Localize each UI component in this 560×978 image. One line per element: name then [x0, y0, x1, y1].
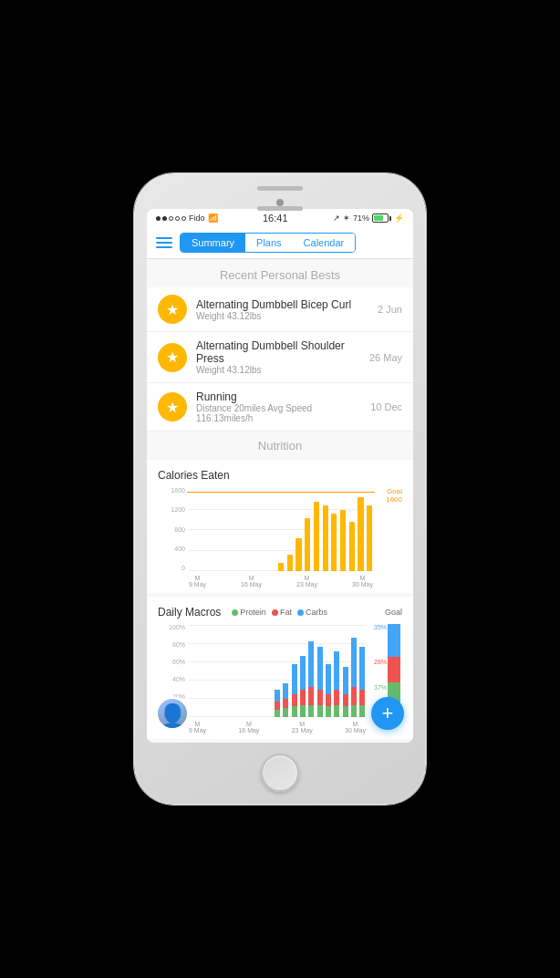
- cal-bar: [340, 510, 346, 572]
- macro-bar-group: [206, 624, 213, 717]
- x-date-2: 16 May: [241, 581, 262, 588]
- x-date-4: 30 May: [352, 581, 373, 588]
- fab-button[interactable]: +: [371, 697, 404, 730]
- star-badge-3: ★: [158, 392, 187, 421]
- fat-legend: Fat: [272, 608, 292, 617]
- fat-label: Fat: [280, 608, 292, 617]
- macro-bar-group: [223, 624, 229, 717]
- home-button[interactable]: [261, 754, 299, 792]
- battery-pct: 71%: [353, 213, 369, 223]
- cal-bar-group: [277, 563, 285, 571]
- personal-bests-list: ★ Alternating Dumbbell Bicep Curl Weight…: [147, 287, 413, 432]
- location-icon: ↗: [333, 213, 340, 223]
- recent-bests-section: Recent Personal Bests ★ Alternating Dumb…: [147, 259, 413, 432]
- protein-label: Protein: [240, 608, 266, 617]
- macro-bar-group: [232, 624, 238, 717]
- fat-dot: [272, 609, 278, 616]
- carbs-legend: Carbs: [297, 608, 327, 617]
- tab-group: Summary Plans Calendar: [180, 233, 356, 253]
- stacked-bar: [317, 647, 323, 717]
- cal-bar: [305, 518, 310, 572]
- macro-bar-group: [283, 624, 289, 717]
- tab-calendar[interactable]: Calendar: [293, 234, 356, 252]
- status-right: ↗ ✶ 71% ⚡: [333, 213, 404, 223]
- macro-bar-group: [359, 624, 366, 717]
- nutrition-section: Nutrition Calories Eaten Goal1600: [147, 432, 413, 739]
- cal-bar: [314, 502, 319, 572]
- cal-bar: [287, 555, 293, 571]
- carrier-label: Fido: [189, 213, 205, 223]
- pb-name-3: Running: [196, 390, 370, 403]
- macros-title: Daily Macros: [158, 606, 221, 619]
- macros-goal-label: Goal: [385, 608, 402, 617]
- y-label-1200: 1200: [158, 506, 185, 513]
- pb-item-1[interactable]: ★ Alternating Dumbbell Bicep Curl Weight…: [147, 287, 413, 332]
- y-label-400: 400: [158, 546, 185, 552]
- nav-bar: Summary Plans Calendar: [147, 227, 413, 259]
- macro-bar-group: [240, 624, 246, 717]
- x-day-2: M: [249, 575, 254, 581]
- pb-details-1: Alternating Dumbbell Bicep Curl Weight 4…: [196, 298, 378, 321]
- cal-bar-group: [296, 538, 303, 571]
- hamburger-menu[interactable]: [156, 237, 172, 248]
- macro-bar-group: [334, 624, 340, 717]
- macro-bar-group: [257, 624, 264, 717]
- star-badge-2: ★: [158, 343, 187, 372]
- stacked-bar: [359, 647, 365, 717]
- cal-bar: [367, 505, 372, 571]
- stacked-bar: [334, 651, 339, 717]
- cal-bar: [358, 497, 363, 571]
- pb-item-3[interactable]: ★ Running Distance 20miles Avg Speed 116…: [147, 383, 413, 432]
- x-axis-macros: M 9 May M 16 May M 23 May: [189, 721, 366, 734]
- star-icon-2: ★: [166, 349, 179, 366]
- calories-chart-card: Calories Eaten Goal1600 1600: [147, 460, 413, 593]
- status-time: 16:41: [263, 213, 288, 224]
- phone-outer: Fido 📶 16:41 ↗ ✶ 71% ⚡: [134, 173, 426, 805]
- macro-bar-group: [274, 624, 280, 717]
- stacked-bar: [275, 690, 280, 717]
- carbs-label: Carbs: [306, 608, 327, 617]
- pb-date-3: 10 Dec: [370, 401, 402, 412]
- x-date-3: 23 May: [296, 581, 317, 588]
- cal-bar-group: [358, 497, 365, 571]
- y-label-1600: 1600: [158, 487, 185, 494]
- main-content: Recent Personal Bests ★ Alternating Dumb…: [147, 259, 413, 743]
- avatar[interactable]: 👤: [156, 697, 189, 730]
- star-icon-1: ★: [166, 301, 179, 318]
- pb-details-3: Running Distance 20miles Avg Speed 116.1…: [196, 390, 370, 423]
- cal-bar-group: [339, 510, 347, 572]
- cal-bar-group: [304, 518, 311, 572]
- nutrition-title: Nutrition: [147, 432, 413, 456]
- macro-bar-group: [291, 624, 297, 717]
- stacked-bar: [326, 664, 331, 717]
- macro-bar-group: [189, 624, 195, 717]
- tab-plans[interactable]: Plans: [245, 234, 293, 252]
- tab-summary[interactable]: Summary: [181, 234, 245, 252]
- phone-top-button: [257, 186, 303, 191]
- macro-bar-group: [248, 624, 254, 717]
- status-bar: Fido 📶 16:41 ↗ ✶ 71% ⚡: [147, 209, 413, 227]
- macro-bar-group: [350, 624, 357, 717]
- pb-sub-2: Weight 43.12lbs: [196, 365, 369, 375]
- y-label-0: 0: [158, 565, 185, 571]
- macros-bars: [189, 624, 366, 717]
- x-day-3: M: [305, 575, 310, 581]
- status-left: Fido 📶: [156, 213, 218, 223]
- pb-name-2: Alternating Dumbbell Shoulder Press: [196, 339, 369, 365]
- macros-header: Daily Macros Protein Fat Carbs: [158, 606, 402, 619]
- macro-bar-group: [308, 624, 315, 717]
- cal-bar-group: [366, 505, 373, 571]
- stacked-bar: [283, 683, 288, 717]
- stacked-bar: [292, 664, 297, 717]
- pb-name-1: Alternating Dumbbell Bicep Curl: [196, 298, 378, 311]
- pb-item-2[interactable]: ★ Alternating Dumbbell Shoulder Press We…: [147, 332, 413, 383]
- x-date-1: 9 May: [189, 581, 206, 588]
- phone-speaker: [257, 206, 303, 211]
- front-camera: [276, 199, 284, 206]
- star-badge-1: ★: [158, 295, 187, 324]
- calories-bars: [189, 487, 373, 571]
- macro-bar-group: [342, 624, 348, 717]
- cal-bar: [296, 538, 301, 571]
- x-day-1: M: [195, 575, 201, 581]
- pb-details-2: Alternating Dumbbell Shoulder Press Weig…: [196, 339, 369, 375]
